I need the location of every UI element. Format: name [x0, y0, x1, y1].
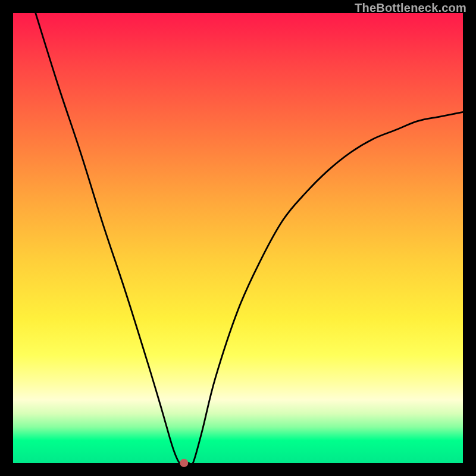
watermark-text: TheBottleneck.com — [355, 1, 466, 15]
optimum-marker — [180, 459, 188, 467]
curve-path — [36, 13, 463, 465]
bottleneck-curve — [13, 13, 463, 463]
plot-area — [13, 13, 463, 463]
chart-frame: TheBottleneck.com — [0, 0, 476, 476]
